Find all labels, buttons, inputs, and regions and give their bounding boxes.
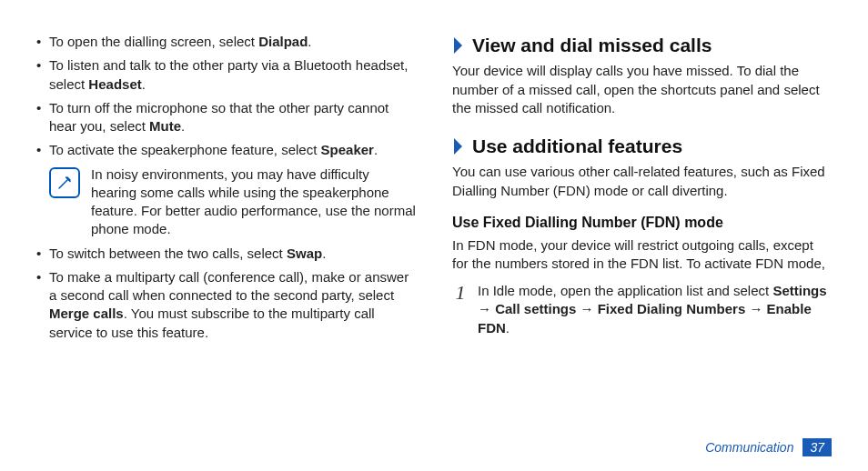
section-body: You can use various other call-related f… (452, 163, 832, 200)
bullet-text: To turn off the microphone so that the o… (49, 100, 389, 134)
section-title: View and dial missed calls (472, 33, 712, 58)
chevron-right-icon (452, 136, 465, 156)
list-item: To turn off the microphone so that the o… (36, 99, 416, 136)
footer-page-number: 37 (802, 438, 832, 456)
bullet-bold: Speaker (321, 142, 374, 157)
note-callout: In noisy environments, you may have diff… (49, 165, 416, 239)
section-heading: Use additional features (452, 134, 832, 159)
bullet-bold: Headset (88, 76, 141, 92)
bullet-text: To activate the speakerphone feature, se… (49, 142, 321, 157)
bullet-bold: Dialpad (258, 34, 308, 49)
step-post: . (506, 320, 510, 336)
bullet-text: To switch between the two calls, select (49, 246, 287, 261)
bullet-post: . (142, 76, 146, 92)
step-pre: In Idle mode, open the application list … (478, 283, 772, 298)
page-footer: Communication 37 (705, 438, 832, 456)
bullet-bold: Swap (287, 246, 322, 261)
bullet-post: . (374, 142, 378, 157)
bullet-bold: Merge calls (49, 306, 124, 321)
right-column: View and dial missed calls Your device w… (452, 31, 832, 407)
step-number: 1 (452, 282, 469, 304)
list-item: To activate the speakerphone feature, se… (36, 141, 416, 159)
list-item: To open the dialling screen, select Dial… (36, 33, 416, 51)
list-item: To make a multiparty call (conference ca… (36, 268, 416, 342)
bullet-list-top: To open the dialling screen, select Dial… (36, 33, 416, 160)
bullet-post: . (322, 246, 326, 261)
subsection-heading: Use Fixed Dialling Number (FDN) mode (452, 213, 832, 233)
bullet-text: To make a multiparty call (conference ca… (49, 269, 409, 303)
numbered-step: 1 In Idle mode, open the application lis… (452, 282, 832, 337)
section-heading: View and dial missed calls (452, 33, 832, 58)
bullet-post: . (181, 118, 185, 134)
subsection-body: In FDN mode, your device will restrict o… (452, 236, 832, 274)
bullet-list-bottom: To switch between the two calls, select … (36, 245, 416, 342)
note-icon (49, 167, 80, 198)
bullet-post: . (308, 34, 311, 49)
bullet-bold: Mute (149, 118, 181, 134)
left-column: To open the dialling screen, select Dial… (36, 31, 416, 407)
section-title: Use additional features (472, 134, 682, 159)
footer-category: Communication (705, 440, 793, 455)
chevron-right-icon (452, 35, 465, 55)
list-item: To listen and talk to the other party vi… (36, 56, 416, 94)
bullet-text: To open the dialling screen, select (49, 34, 258, 49)
section-body: Your device will display calls you have … (452, 62, 832, 117)
list-item: To switch between the two calls, select … (36, 245, 416, 263)
note-text: In noisy environments, you may have diff… (91, 165, 416, 239)
step-text: In Idle mode, open the application list … (478, 282, 832, 337)
